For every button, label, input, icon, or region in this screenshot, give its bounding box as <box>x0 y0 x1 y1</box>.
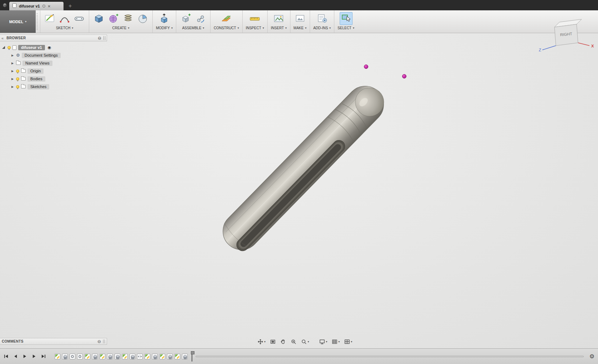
expand-arrow-icon[interactable]: ▶ <box>11 54 14 57</box>
insert-canvas-button[interactable] <box>272 12 285 25</box>
make-menu[interactable]: MAKE ▾ <box>294 26 306 31</box>
select-menu[interactable]: SELECT ▾ <box>338 26 354 31</box>
select-button[interactable] <box>340 12 353 25</box>
create-box-button[interactable] <box>92 12 105 25</box>
timeline-feature-circle-icon[interactable] <box>70 354 75 359</box>
step-forward-button[interactable] <box>31 354 37 359</box>
create-sketch-button[interactable] <box>44 12 56 25</box>
tree-item-label[interactable]: Origin <box>27 68 44 74</box>
tree-item-origin[interactable]: ▶ Origin <box>11 67 107 75</box>
minimize-panel-icon[interactable]: ⊖ <box>98 36 101 41</box>
timeline-feature-extrude-icon[interactable] <box>167 354 173 359</box>
look-at-button[interactable] <box>269 338 277 345</box>
timeline-track[interactable] <box>196 356 584 357</box>
zoom-window-button[interactable]: ▾ <box>300 338 310 345</box>
pan-button[interactable] <box>279 338 287 345</box>
timeline-feature-sketch-icon[interactable] <box>85 354 90 359</box>
joint-button[interactable] <box>194 12 207 25</box>
tree-item-label[interactable]: Document Settings <box>22 53 61 58</box>
display-settings-button[interactable]: ▾ <box>318 338 328 345</box>
grid-display-button[interactable]: ▾ <box>330 338 341 345</box>
create-coil-button[interactable] <box>122 12 135 25</box>
visibility-bulb-icon[interactable] <box>7 46 11 49</box>
timeline-feature-sketch-icon[interactable] <box>145 354 150 359</box>
timeline-feature-sketch-icon[interactable] <box>122 354 128 359</box>
minimize-panel-icon[interactable]: ⊖ <box>97 339 101 344</box>
timeline-feature-sketch-icon[interactable] <box>55 354 60 359</box>
timeline-feature-extrude-icon[interactable] <box>115 354 120 359</box>
tree-item-bodies[interactable]: ▶ Bodies <box>11 75 107 83</box>
view-cube[interactable]: Z X RIGHT <box>519 17 597 54</box>
sketch-slot-button[interactable] <box>73 12 86 25</box>
modify-menu[interactable]: MODIFY ▾ <box>156 26 173 31</box>
go-to-start-button[interactable] <box>4 354 9 359</box>
visibility-bulb-icon[interactable] <box>16 77 19 81</box>
root-node-label[interactable]: difuseur v1 <box>18 45 45 50</box>
toolbar-grip[interactable] <box>37 13 39 30</box>
expand-arrow-icon[interactable]: ▶ <box>11 77 14 81</box>
sketch-point[interactable] <box>364 65 368 69</box>
document-tab[interactable]: difuseur v1 × <box>9 2 64 10</box>
zoom-button[interactable] <box>289 338 298 345</box>
inspect-menu[interactable]: INSPECT ▾ <box>246 26 264 31</box>
expand-arrow-icon[interactable]: ▶ <box>11 70 14 73</box>
assemble-menu[interactable]: ASSEMBLE ▾ <box>182 26 204 31</box>
panel-grip[interactable] <box>103 36 105 40</box>
new-tab-button[interactable]: + <box>69 3 72 9</box>
timeline-feature-extrude-icon[interactable] <box>182 354 188 359</box>
sketch-point[interactable] <box>402 75 406 78</box>
model-body[interactable] <box>215 78 392 257</box>
expand-arrow-icon[interactable]: ▶ <box>11 85 14 88</box>
timeline-settings-gear-icon[interactable]: ⚙ <box>589 354 594 359</box>
tree-item-named-views[interactable]: ▶ Named Views <box>11 59 107 67</box>
activate-component-icon[interactable]: ◉ <box>47 45 51 50</box>
add-ins-scripts-button[interactable] <box>316 12 329 25</box>
timeline-feature-mirror-icon[interactable] <box>137 354 143 359</box>
tree-item-label[interactable]: Sketches <box>27 84 49 89</box>
sketch-menu[interactable]: SKETCH ▾ <box>56 26 74 31</box>
insert-menu[interactable]: INSERT ▾ <box>271 26 287 31</box>
visibility-bulb-icon[interactable] <box>16 85 19 88</box>
visibility-bulb-icon[interactable] <box>16 70 19 73</box>
timeline-feature-extrude-icon[interactable] <box>130 354 135 359</box>
workspace-switcher-button[interactable]: MODEL ▾ <box>0 10 36 33</box>
timeline-feature-extrude-icon[interactable] <box>152 354 158 359</box>
root-expand-arrow-icon[interactable] <box>2 46 5 49</box>
comments-bar[interactable]: COMMENTS ⊖ <box>0 338 107 345</box>
timeline-feature-sketch-icon[interactable] <box>159 354 165 359</box>
go-to-end-button[interactable] <box>41 354 46 359</box>
new-component-button[interactable] <box>179 12 192 25</box>
add-ins-menu[interactable]: ADD-INS ▾ <box>313 26 331 31</box>
viewport-3d[interactable]: « BROWSER ⊖ difuseur v1 ◉ ▶ ⚙ Document S… <box>0 33 598 348</box>
orbit-button[interactable]: ▾ <box>256 338 267 345</box>
timeline-feature-extrude-icon[interactable] <box>62 354 68 359</box>
collapse-panel-icon[interactable]: « <box>1 36 4 40</box>
tree-item-document-settings[interactable]: ▶ ⚙ Document Settings <box>11 51 107 59</box>
create-form-button[interactable] <box>107 12 120 25</box>
panel-grip[interactable] <box>103 339 105 343</box>
step-back-button[interactable] <box>13 354 18 359</box>
measure-button[interactable] <box>248 12 261 25</box>
timeline-feature-extrude-icon[interactable] <box>92 354 98 359</box>
sketch-arc-button[interactable] <box>58 12 71 25</box>
construct-plane-button[interactable] <box>220 12 233 25</box>
make-button[interactable] <box>294 12 306 25</box>
press-pull-button[interactable] <box>158 12 171 25</box>
timeline-marker[interactable] <box>190 351 194 362</box>
timeline-feature-circle-icon[interactable] <box>77 354 83 359</box>
timeline-feature-sketch-icon[interactable] <box>100 354 105 359</box>
create-revolve-button[interactable] <box>136 12 149 25</box>
tree-item-label[interactable]: Named Views <box>22 61 52 66</box>
timeline-feature-sketch-icon[interactable] <box>174 354 180 359</box>
expand-arrow-icon[interactable]: ▶ <box>11 62 14 65</box>
construct-menu[interactable]: CONSTRUCT ▾ <box>214 26 239 31</box>
create-menu[interactable]: CREATE ▾ <box>112 26 130 31</box>
tree-item-sketches[interactable]: ▶ Sketches <box>11 83 107 91</box>
browser-header[interactable]: « BROWSER ⊖ <box>0 35 107 41</box>
play-button[interactable] <box>22 354 27 359</box>
viewports-button[interactable]: ▾ <box>343 338 353 345</box>
timeline-feature-extrude-icon[interactable] <box>107 354 113 359</box>
tree-root-row[interactable]: difuseur v1 ◉ <box>2 43 107 51</box>
close-tab-icon[interactable]: × <box>48 4 51 9</box>
tree-item-label[interactable]: Bodies <box>27 76 45 82</box>
